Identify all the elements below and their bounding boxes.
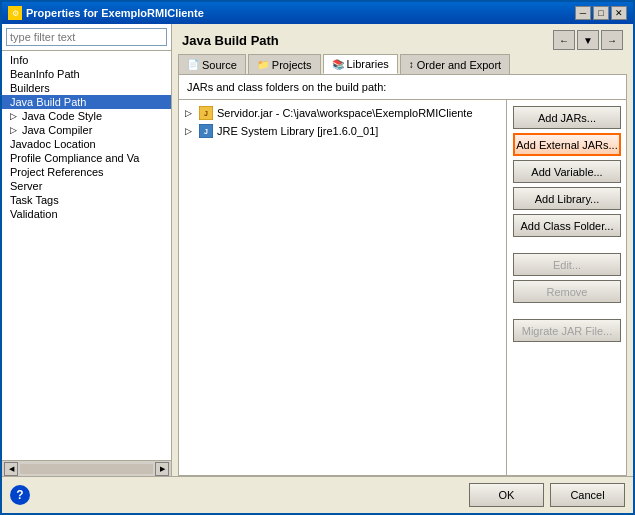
- tab-content-inner: ▷ J Servidor.jar - C:\java\workspace\Exe…: [179, 100, 626, 475]
- servidor-jar-icon: J: [199, 106, 213, 120]
- nav-buttons: ← ▼ →: [553, 30, 623, 50]
- tab-order-export-label: Order and Export: [417, 59, 501, 71]
- tree-item-beaninfo[interactable]: BeanInfo Path: [2, 67, 171, 81]
- add-variable-button[interactable]: Add Variable...: [513, 160, 621, 183]
- svg-text:J: J: [204, 128, 208, 135]
- tree-item-projectreferences[interactable]: Project References: [2, 165, 171, 179]
- jar-list: ▷ J Servidor.jar - C:\java\workspace\Exe…: [179, 100, 506, 475]
- tab-order-export[interactable]: ↕ Order and Export: [400, 54, 510, 74]
- add-library-button[interactable]: Add Library...: [513, 187, 621, 210]
- add-external-jars-button[interactable]: Add External JARs...: [513, 133, 621, 156]
- content-description: JARs and class folders on the build path…: [179, 75, 626, 100]
- cancel-button[interactable]: Cancel: [550, 483, 625, 507]
- jre-system-icon: J: [199, 124, 213, 138]
- servidor-jar-expand-icon: ▷: [185, 108, 195, 118]
- help-area: ?: [10, 485, 30, 505]
- source-tab-icon: 📄: [187, 59, 199, 70]
- expand-icon-javacodestyle: ▷: [10, 111, 20, 121]
- main-window: ⚙ Properties for ExemploRMICliente ─ □ ✕…: [0, 0, 635, 515]
- tab-libraries[interactable]: 📚 Libraries: [323, 54, 398, 74]
- list-item-servidor-jar[interactable]: ▷ J Servidor.jar - C:\java\workspace\Exe…: [183, 104, 502, 122]
- libraries-tab-icon: 📚: [332, 59, 344, 70]
- scroll-track[interactable]: [20, 464, 153, 474]
- window-title: Properties for ExemploRMICliente: [26, 7, 204, 19]
- servidor-jar-label: Servidor.jar - C:\java\workspace\Exemplo…: [217, 107, 473, 119]
- tree-item-javadoc[interactable]: Javadoc Location: [2, 137, 171, 151]
- filter-box: [2, 24, 171, 51]
- title-bar: ⚙ Properties for ExemploRMICliente ─ □ ✕: [2, 2, 633, 24]
- tabs-bar: 📄 Source 📁 Projects 📚 Libraries ↕ Order …: [172, 54, 633, 74]
- expand-icon-javacompiler: ▷: [10, 125, 20, 135]
- tree-item-javabuildpath[interactable]: Java Build Path: [2, 95, 171, 109]
- left-panel: Info BeanInfo Path Builders Java Build P…: [2, 24, 172, 476]
- close-button[interactable]: ✕: [611, 6, 627, 20]
- scroll-right-arrow[interactable]: ▶: [155, 462, 169, 476]
- nav-dropdown-button[interactable]: ▼: [577, 30, 599, 50]
- projects-tab-icon: 📁: [257, 59, 269, 70]
- list-item-jre-system[interactable]: ▷ J JRE System Library [jre1.6.0_01]: [183, 122, 502, 140]
- tree-item-builders[interactable]: Builders: [2, 81, 171, 95]
- maximize-button[interactable]: □: [593, 6, 609, 20]
- add-class-folder-button[interactable]: Add Class Folder...: [513, 214, 621, 237]
- tree-item-profilecompliance[interactable]: Profile Compliance and Va: [2, 151, 171, 165]
- tree-item-tasktags[interactable]: Task Tags: [2, 193, 171, 207]
- tree-item-info[interactable]: Info: [2, 53, 171, 67]
- window-icon: ⚙: [8, 6, 22, 20]
- title-buttons: ─ □ ✕: [575, 6, 627, 20]
- filter-input[interactable]: [6, 28, 167, 46]
- tab-projects[interactable]: 📁 Projects: [248, 54, 321, 74]
- tab-libraries-label: Libraries: [347, 58, 389, 70]
- tab-projects-label: Projects: [272, 59, 312, 71]
- left-scroll-bar: ◀ ▶: [2, 460, 171, 476]
- jre-system-expand-icon: ▷: [185, 126, 195, 136]
- nav-forward-button[interactable]: →: [601, 30, 623, 50]
- tree-view: Info BeanInfo Path Builders Java Build P…: [2, 51, 171, 460]
- jre-system-label: JRE System Library [jre1.6.0_01]: [217, 125, 378, 137]
- button-separator-2: [513, 307, 620, 315]
- bottom-bar: ? OK Cancel: [2, 476, 633, 513]
- tree-item-validation[interactable]: Validation: [2, 207, 171, 221]
- help-button[interactable]: ?: [10, 485, 30, 505]
- remove-button[interactable]: Remove: [513, 280, 621, 303]
- tree-item-javacompiler-label: Java Compiler: [22, 124, 92, 136]
- tree-item-server[interactable]: Server: [2, 179, 171, 193]
- right-header: Java Build Path ← ▼ →: [172, 24, 633, 54]
- scroll-left-arrow[interactable]: ◀: [4, 462, 18, 476]
- svg-text:J: J: [204, 110, 208, 117]
- ok-button[interactable]: OK: [469, 483, 544, 507]
- tab-source-label: Source: [202, 59, 237, 71]
- order-export-tab-icon: ↕: [409, 59, 414, 70]
- tab-content: JARs and class folders on the build path…: [178, 74, 627, 476]
- right-panel: Java Build Path ← ▼ → 📄 Source 📁 Project…: [172, 24, 633, 476]
- tab-source[interactable]: 📄 Source: [178, 54, 246, 74]
- edit-button[interactable]: Edit...: [513, 253, 621, 276]
- buttons-panel: Add JARs... Add External JARs... Add Var…: [506, 100, 626, 475]
- minimize-button[interactable]: ─: [575, 6, 591, 20]
- tree-item-javacompiler[interactable]: ▷ Java Compiler: [2, 123, 171, 137]
- nav-back-button[interactable]: ←: [553, 30, 575, 50]
- tree-item-javacodestyle[interactable]: ▷ Java Code Style: [2, 109, 171, 123]
- bottom-action-buttons: OK Cancel: [469, 483, 625, 507]
- right-title: Java Build Path: [182, 33, 279, 48]
- tree-item-javacodestyle-label: Java Code Style: [22, 110, 102, 122]
- migrate-jar-button[interactable]: Migrate JAR File...: [513, 319, 621, 342]
- button-separator: [513, 241, 620, 249]
- main-layout: Info BeanInfo Path Builders Java Build P…: [2, 24, 633, 476]
- title-bar-left: ⚙ Properties for ExemploRMICliente: [8, 6, 204, 20]
- add-jars-button[interactable]: Add JARs...: [513, 106, 621, 129]
